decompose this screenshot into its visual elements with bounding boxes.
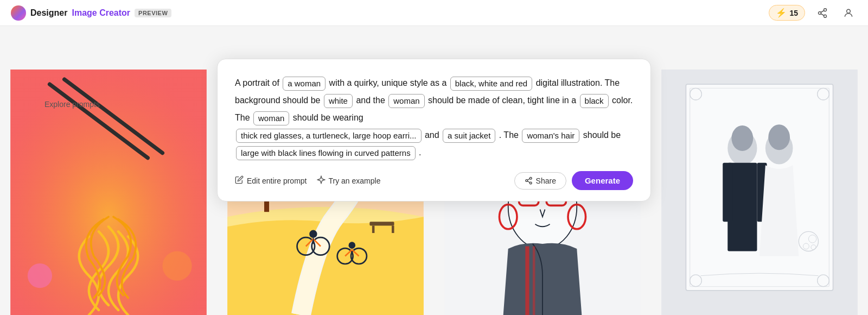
prompt-chip-bg-color[interactable]: white [324,94,353,109]
svg-rect-51 [723,163,732,222]
prompt-pre5: should be made of clean, tight line in a [428,96,579,105]
svg-point-5 [847,9,851,13]
svg-rect-40 [525,246,529,315]
preview-badge: PREVIEW [135,9,171,17]
prompt-pre1: A portrait of [235,78,282,87]
nav-brand: Designer Image Creator PREVIEW [11,5,171,21]
prompt-chip-jacket[interactable]: a suit jacket [443,129,495,143]
svg-point-60 [529,177,532,179]
svg-point-61 [525,180,527,182]
share-nav-button[interactable] [814,4,831,22]
prompt-body: A portrait of a woman with a quirky, uni… [235,74,633,161]
prompt-card: A portrait of a woman with a quirky, uni… [217,59,651,201]
svg-point-1 [819,11,821,14]
svg-rect-22 [372,225,375,233]
nav-actions: ⚡ 15 [769,4,857,22]
generate-button[interactable]: Generate [572,171,633,190]
boost-counter: ⚡ 15 [769,5,805,21]
svg-line-3 [821,14,824,15]
share-icon [525,177,533,185]
svg-point-55 [768,124,790,150]
prompt-chip-line-color[interactable]: black [580,94,609,109]
top-navigation: Designer Image Creator PREVIEW ⚡ 15 [0,0,868,26]
prompt-chip-style[interactable]: black, white and red [450,77,532,91]
prompt-chip-hair-subject[interactable]: woman's hair [522,129,579,143]
designer-label: Designer [30,8,67,18]
prompt-chip-hair-desc[interactable]: large with black lines flowing in curved… [236,146,416,161]
svg-point-26 [309,230,317,238]
svg-line-63 [527,181,529,182]
edit-entire-prompt-button[interactable]: Edit entire prompt [235,175,307,186]
main-area: Explore prompts i About [0,26,868,315]
prompt-chip-subject2[interactable]: woman [388,94,424,109]
svg-rect-21 [369,222,394,225]
prompt-chip-subject3[interactable]: woman [253,111,289,126]
svg-point-29 [348,242,355,249]
try-example-label: Try an example [329,177,381,185]
generate-label: Generate [585,176,620,185]
prompt-chip-wearing[interactable]: thick red glasses, a turtleneck, large h… [236,129,422,143]
image-creator-label: Image Creator [72,8,130,18]
edit-icon [235,175,244,186]
prompt-actions: Edit entire prompt Try an example [235,171,633,190]
designer-logo [11,5,26,21]
prompt-pre7: should be wearing [293,113,363,122]
boost-count-value: 15 [789,9,798,17]
share-label: Share [536,177,556,185]
share-button[interactable]: Share [514,172,566,190]
explore-prompts-label: Explore prompts [44,100,100,109]
sparkle-icon [317,175,326,186]
svg-point-62 [529,182,532,184]
profile-button[interactable] [840,4,857,22]
svg-point-10 [28,263,52,288]
svg-point-11 [162,251,192,280]
svg-line-4 [821,10,824,12]
prompt-post: . [419,148,421,157]
prompt-pre10: should be [583,130,621,140]
prompt-pre9: . The [499,130,521,140]
svg-point-2 [824,15,827,17]
svg-rect-23 [392,225,394,233]
image-cell-wedding[interactable] [651,70,868,315]
prompt-pre2: with a quirky, unique style as a [329,78,449,87]
prompt-action-left: Edit entire prompt Try an example [235,175,380,186]
edit-label: Edit entire prompt [247,177,307,185]
svg-rect-41 [533,246,535,315]
try-example-button[interactable]: Try an example [317,175,381,186]
image-cell-noodles[interactable] [0,70,217,315]
svg-point-0 [824,8,827,11]
lightning-icon: ⚡ [776,8,787,18]
prompt-action-right: Share Generate [514,171,633,190]
svg-line-64 [527,179,529,180]
prompt-pre8: and [425,130,442,140]
prompt-pre4: and the [356,96,387,105]
svg-point-53 [731,125,753,151]
prompt-chip-subject[interactable]: a woman [283,77,326,91]
